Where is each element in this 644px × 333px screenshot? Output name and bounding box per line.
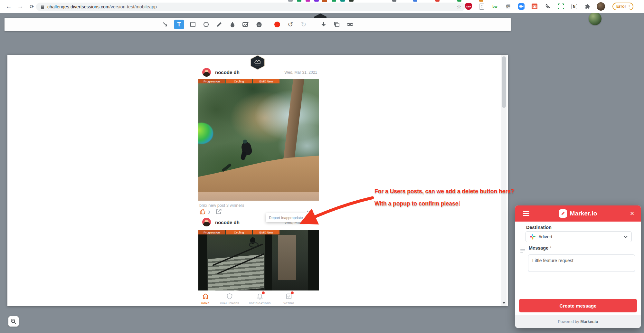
tab-fragment: [413, 0, 417, 2]
url-text: challenges.divertsessions.com/version-te…: [47, 4, 157, 9]
post-author-avatar[interactable]: [202, 68, 211, 77]
marker-menu-button[interactable]: [523, 210, 529, 217]
zoom-button[interactable]: [8, 316, 19, 327]
tab-cycling[interactable]: Cycling: [226, 79, 252, 83]
phone-extension-icon[interactable]: [544, 3, 552, 10]
nav-challenges[interactable]: CHALLENGES: [215, 293, 244, 305]
reload-button[interactable]: ⟳: [28, 2, 36, 11]
padlock-icon: [41, 5, 44, 9]
zoom-extension-icon[interactable]: [517, 3, 525, 10]
post-caption: bmx new post 3 winners: [199, 203, 244, 208]
marker-footer-brand[interactable]: Marker.io: [581, 319, 598, 324]
site-header-avatar[interactable]: [589, 12, 601, 25]
marker-widget: Marker.io ✕ Destination #divert Message …: [515, 205, 641, 328]
annotation-text-2[interactable]: With a popup to confirm please: [374, 200, 459, 207]
adblock-extension-icon[interactable]: ABP: [465, 3, 472, 10]
message-lines-icon: [520, 247, 525, 253]
tab-fragment: [340, 0, 345, 2]
share-button[interactable]: [215, 208, 222, 215]
category-tabs: Progression Cycling BMX New: [198, 79, 279, 83]
shield-icon: [226, 293, 233, 300]
annotation-text-1[interactable]: For a Users posts, can we add a delete b…: [374, 188, 514, 195]
kebab-menu-icon: ⋮: [627, 4, 631, 9]
notification-badge: [262, 291, 265, 294]
arrow-tool-icon[interactable]: [161, 20, 169, 29]
browser-error-menu[interactable]: Error ⋮: [612, 3, 633, 10]
url-path: /version-test/mobileapp: [109, 4, 157, 9]
back-button[interactable]: ←: [5, 2, 13, 11]
site-logo[interactable]: [251, 55, 265, 70]
tab-fragment: [322, 0, 327, 2]
tab-progression[interactable]: Progression: [198, 79, 225, 83]
color-swatch-red[interactable]: [273, 20, 281, 29]
marker-logo: Marker.io: [515, 209, 641, 218]
nav-notifications[interactable]: NOTIFICATIONS: [245, 293, 274, 305]
tab-bmx-new[interactable]: BMX New: [253, 79, 279, 83]
browser-chrome: ← → ⟳ challenges.divertsessions.com/vers…: [0, 0, 644, 13]
message-label: Message *: [529, 245, 552, 251]
url-host: challenges.divertsessions.com: [47, 4, 109, 9]
tab-fragment: [332, 0, 336, 2]
undo-icon[interactable]: ↺: [286, 20, 295, 29]
post-date: Wed, Mar 31, 2021: [253, 70, 317, 75]
post-photo-stairs: [198, 230, 319, 290]
page-card: nocode dh Wed, Mar 31, 2021 Progression …: [7, 55, 508, 306]
capture-extension-icon[interactable]: [557, 3, 565, 10]
destination-value: #divert: [539, 234, 552, 239]
slack-icon: [530, 234, 535, 240]
emoji-tool-icon[interactable]: [255, 20, 263, 29]
link-icon[interactable]: [346, 20, 354, 29]
bookmark-star-icon[interactable]: ☆: [457, 4, 461, 10]
tab-progression[interactable]: Progression: [198, 230, 225, 234]
scroll-down-arrow[interactable]: [502, 302, 506, 304]
annotation-arrow[interactable]: [291, 193, 378, 230]
external-link-icon: [215, 208, 222, 215]
ellipse-tool-icon[interactable]: [202, 20, 210, 29]
tab-cycling[interactable]: Cycling: [226, 230, 252, 234]
create-message-button[interactable]: Create message: [519, 299, 637, 312]
thumbs-up-icon: [199, 208, 206, 215]
page-scrollbar[interactable]: [501, 55, 507, 306]
pen-tool-icon[interactable]: [215, 20, 223, 29]
marker-header: Marker.io ✕: [515, 205, 641, 222]
required-asterisk: *: [550, 245, 552, 251]
tab-bmx-new[interactable]: BMX New: [253, 230, 279, 234]
like-count: 3: [208, 210, 210, 214]
like-button[interactable]: [199, 208, 206, 215]
nav-voting[interactable]: VOTING: [274, 293, 303, 305]
download-icon[interactable]: [319, 20, 328, 29]
copy-icon[interactable]: [333, 20, 341, 29]
chevron-down-icon: [624, 234, 628, 240]
annotation-toolbar: T ↺ ↻: [5, 18, 511, 31]
blur-tool-icon[interactable]: [228, 20, 237, 29]
calendar-extension-icon[interactable]: [531, 3, 538, 10]
redo-icon[interactable]: ↻: [299, 20, 308, 29]
extensions-puzzle-icon[interactable]: [583, 3, 591, 10]
forward-button[interactable]: →: [16, 2, 24, 11]
error-label: Error: [616, 4, 626, 9]
tab-fragment: [306, 0, 310, 2]
mini-ramp: [198, 156, 319, 192]
skater-figure: [241, 141, 253, 156]
marker-close-button[interactable]: ✕: [629, 210, 636, 217]
post-author-name: nocode dh: [215, 70, 240, 75]
destination-label: Destination: [526, 225, 552, 230]
browser-profile-avatar[interactable]: [597, 2, 605, 11]
app-bottom-nav: HOME CHALLENGES NOTIFICATIONS: [7, 291, 501, 306]
bitwarden-extension-icon[interactable]: bw: [491, 3, 499, 10]
message-input[interactable]: Little feature request: [528, 254, 635, 272]
tab-fragment: [288, 0, 293, 2]
extension-row: ABP C bw N Error: [465, 2, 633, 11]
address-bar[interactable]: challenges.divertsessions.com/version-te…: [36, 3, 465, 11]
tab-fragment: [479, 0, 483, 2]
rectangle-tool-icon[interactable]: [189, 20, 197, 29]
destination-select[interactable]: #divert: [526, 231, 632, 242]
clipboard-extension-icon[interactable]: C: [478, 3, 486, 10]
photos-extension-icon[interactable]: [504, 3, 512, 10]
scrollbar-thumb[interactable]: [502, 56, 506, 108]
notion-extension-icon[interactable]: N: [570, 3, 578, 10]
image-tool-icon[interactable]: [242, 20, 250, 29]
text-tool-icon[interactable]: T: [174, 20, 184, 29]
post-author-avatar[interactable]: [202, 218, 211, 226]
tab-fragment: [314, 0, 319, 2]
